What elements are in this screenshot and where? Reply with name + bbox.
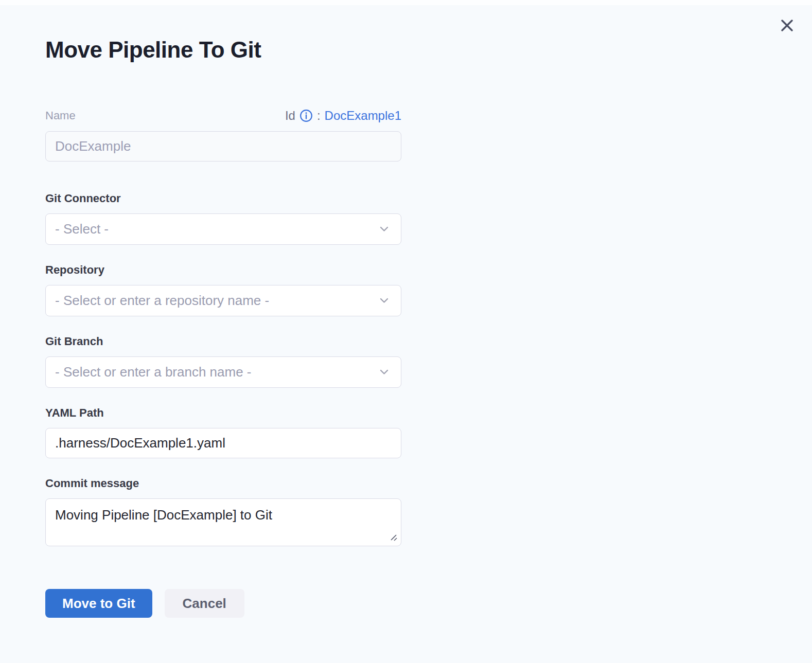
id-label: Id	[285, 109, 295, 123]
git-branch-label: Git Branch	[45, 335, 401, 348]
repository-select[interactable]: - Select or enter a repository name -	[45, 285, 401, 316]
field-git-branch: Git Branch - Select or enter a branch na…	[45, 335, 401, 388]
git-connector-placeholder: - Select -	[55, 221, 109, 237]
commit-message-wrap: Moving Pipeline [DocExample] to Git	[45, 498, 401, 546]
id-separator: :	[317, 109, 321, 123]
yaml-path-label: YAML Path	[45, 406, 401, 420]
modal-actions: Move to Git Cancel	[45, 589, 401, 618]
git-connector-select[interactable]: - Select -	[45, 213, 401, 245]
chevron-down-icon	[380, 226, 389, 232]
close-icon	[779, 17, 795, 33]
cancel-button[interactable]: Cancel	[165, 589, 244, 618]
commit-message-textarea[interactable]: Moving Pipeline [DocExample] to Git	[45, 498, 401, 546]
close-button[interactable]	[778, 16, 796, 34]
chevron-down-icon	[380, 298, 389, 303]
modal-title: Move Pipeline To Git	[45, 35, 812, 64]
name-label: Name	[45, 109, 76, 122]
page-top-edge	[0, 0, 812, 5]
move-to-git-button[interactable]: Move to Git	[45, 589, 152, 618]
id-value: DocExample1	[325, 109, 401, 123]
git-branch-select[interactable]: - Select or enter a branch name -	[45, 356, 401, 388]
field-name: Name Id : DocExample1	[45, 109, 401, 162]
chevron-down-icon	[380, 369, 389, 375]
commit-message-label: Commit message	[45, 477, 401, 490]
move-pipeline-modal: Move Pipeline To Git Name Id	[0, 0, 812, 663]
name-input	[45, 131, 401, 162]
git-connector-label: Git Connector	[45, 192, 401, 205]
name-label-row: Name Id : DocExample1	[45, 109, 401, 123]
move-to-git-form: Name Id : DocExample1	[45, 109, 401, 618]
git-branch-placeholder: - Select or enter a branch name -	[55, 364, 252, 380]
field-yaml-path: YAML Path	[45, 406, 401, 458]
repository-label: Repository	[45, 263, 401, 277]
modal-content: Move Pipeline To Git Name Id	[0, 0, 812, 618]
field-git-connector: Git Connector - Select -	[45, 192, 401, 245]
info-icon[interactable]	[299, 109, 313, 122]
field-commit-message: Commit message Moving Pipeline [DocExamp…	[45, 477, 401, 546]
field-repository: Repository - Select or enter a repositor…	[45, 263, 401, 316]
yaml-path-input[interactable]	[45, 428, 401, 458]
repository-placeholder: - Select or enter a repository name -	[55, 293, 269, 309]
pipeline-id: Id : DocExample1	[285, 109, 401, 123]
